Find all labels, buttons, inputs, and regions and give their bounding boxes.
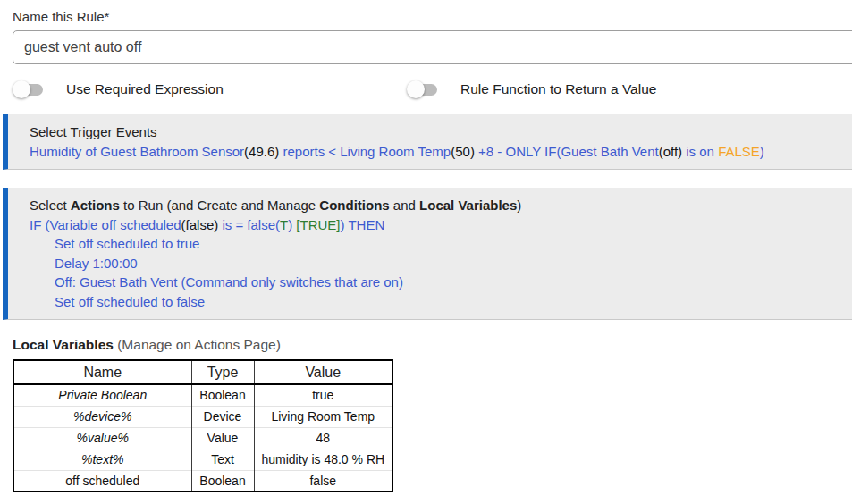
rule-function-label: Rule Function to Return a Value bbox=[460, 81, 656, 97]
local-variables-heading-bold: Local Variables bbox=[13, 337, 114, 352]
rule-text-segment: Select bbox=[30, 197, 71, 213]
actions-panel-title: Select Actions to Run (and Create and Ma… bbox=[30, 196, 843, 215]
trigger-rule-text[interactable]: Humidity of Guest Bathroom Sensor(49.6) … bbox=[30, 142, 843, 162]
rule-text-segment: to Run (and Create and Manage bbox=[120, 197, 319, 213]
action-line[interactable]: Off: Guest Bath Vent (Command only switc… bbox=[30, 273, 843, 292]
rule-name-label: Name this Rule* bbox=[13, 9, 852, 24]
table-cell-name: Private Boolean bbox=[13, 384, 191, 406]
use-required-expression-group: Use Required Expression bbox=[13, 80, 224, 99]
table-cell-type: Boolean bbox=[191, 470, 254, 491]
table-row: off scheduledBooleanfalse bbox=[13, 470, 392, 491]
use-required-expression-label: Use Required Expression bbox=[66, 81, 224, 97]
toggle-knob bbox=[407, 80, 425, 98]
table-cell-value: humidity is 48.0 % RH bbox=[254, 449, 392, 470]
rule-function-group: Rule Function to Return a Value bbox=[407, 80, 656, 99]
local-variables-table: Name Type Value Private BooleanBooleantr… bbox=[13, 359, 393, 492]
actions-panel: Select Actions to Run (and Create and Ma… bbox=[3, 188, 852, 320]
rule-text-segment: is on bbox=[682, 144, 718, 159]
trigger-events-panel: Select Trigger Events Humidity of Guest … bbox=[3, 114, 852, 170]
action-line[interactable]: Set off scheduled to true bbox=[30, 234, 843, 254]
table-cell-value: 48 bbox=[254, 427, 392, 449]
table-cell-type: Boolean bbox=[191, 384, 254, 406]
table-cell-name: %device% bbox=[13, 406, 191, 427]
rule-text-segment: and bbox=[390, 197, 419, 213]
rule-text-segment: Local Variables bbox=[419, 197, 517, 213]
rule-text-segment: (49.6) bbox=[244, 144, 279, 159]
action-line[interactable]: Set off scheduled to false bbox=[30, 292, 843, 312]
rule-text-segment: (50) bbox=[451, 144, 475, 159]
rule-text-segment: FALSE bbox=[718, 144, 760, 159]
action-lines: Set off scheduled to trueDelay 1:00:00Of… bbox=[30, 234, 843, 311]
table-cell-type: Device bbox=[191, 406, 254, 427]
rule-text-segment: Actions bbox=[71, 197, 120, 213]
table-row: Private BooleanBooleantrue bbox=[13, 384, 392, 406]
use-required-expression-toggle[interactable] bbox=[13, 80, 45, 99]
if-condition-text[interactable]: IF (Variable off scheduled(false) is = f… bbox=[30, 215, 843, 235]
table-cell-value: true bbox=[254, 384, 392, 406]
rule-text-segment: reports < Living Room Temp bbox=[279, 144, 451, 159]
rule-text-segment: +8 - ONLY IF(Guest Bath Vent bbox=[475, 144, 659, 159]
rule-machine-page: Name this Rule* Use Required Expression … bbox=[0, 9, 852, 504]
table-row: %value%Value48 bbox=[13, 427, 392, 449]
rule-text-segment: T bbox=[280, 217, 288, 232]
table-cell-type: Text bbox=[191, 449, 254, 470]
table-cell-value: Living Room Temp bbox=[254, 406, 392, 427]
table-cell-name: %text% bbox=[13, 449, 191, 470]
toggle-row: Use Required Expression Rule Function to… bbox=[13, 80, 852, 101]
rule-text-segment: Conditions bbox=[319, 197, 389, 213]
table-cell-type: Value bbox=[191, 427, 254, 449]
column-header-value: Value bbox=[254, 360, 392, 384]
rule-name-input[interactable] bbox=[13, 30, 852, 64]
rule-text-segment: Humidity of Guest Bathroom Sensor bbox=[30, 144, 244, 159]
toggle-knob bbox=[13, 80, 30, 98]
local-variables-heading-rest: (Manage on Actions Page) bbox=[114, 337, 281, 352]
table-row: %device%DeviceLiving Room Temp bbox=[13, 406, 392, 427]
rule-text-segment: ) THEN bbox=[341, 217, 385, 232]
table-cell-name: %value% bbox=[13, 427, 191, 449]
column-header-name: Name bbox=[13, 360, 191, 384]
rule-text-segment: is = false bbox=[218, 217, 275, 232]
rule-text-segment: ) bbox=[760, 144, 764, 159]
rule-text-segment: [TRUE] bbox=[296, 217, 340, 232]
trigger-panel-title: Select Trigger Events bbox=[30, 122, 843, 142]
rule-text-segment: ) bbox=[288, 217, 296, 232]
table-row: %text%Texthumidity is 48.0 % RH bbox=[13, 449, 392, 470]
table-cell-value: false bbox=[254, 470, 392, 491]
local-variables-heading: Local Variables (Manage on Actions Page) bbox=[13, 337, 852, 353]
rule-text-segment: (false) bbox=[181, 217, 219, 232]
column-header-type: Type bbox=[191, 360, 254, 384]
action-line[interactable]: Delay 1:00:00 bbox=[30, 254, 843, 273]
table-header-row: Name Type Value bbox=[13, 360, 392, 384]
table-cell-name: off scheduled bbox=[13, 470, 191, 491]
rule-text-segment: (off) bbox=[659, 144, 682, 159]
rule-function-toggle[interactable] bbox=[407, 80, 439, 99]
rule-text-segment: IF (Variable off scheduled bbox=[30, 217, 181, 232]
rule-text-segment: ) bbox=[517, 197, 521, 213]
